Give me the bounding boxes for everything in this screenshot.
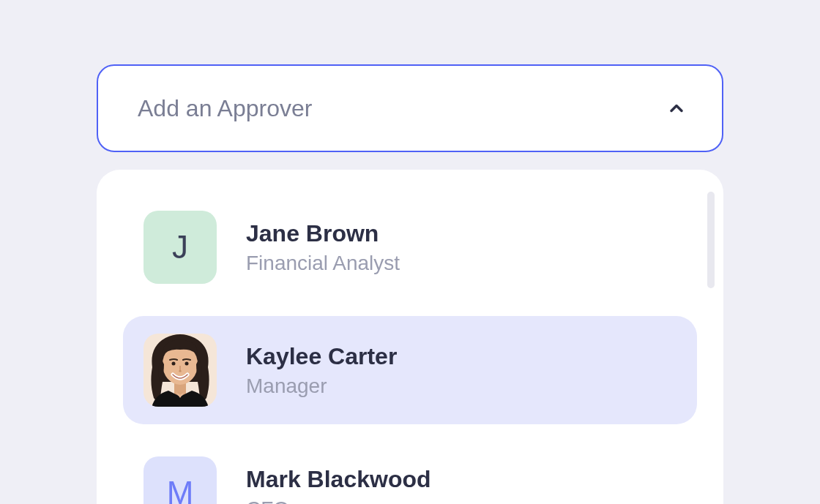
item-role: Manager <box>246 375 397 398</box>
chevron-up-icon <box>666 98 687 119</box>
list-item[interactable]: J Jane Brown Financial Analyst <box>123 193 697 301</box>
item-text: Mark Blackwood CFO <box>246 466 431 505</box>
dropdown-panel: J Jane Brown Financial Analyst <box>97 170 723 504</box>
dropdown-trigger[interactable]: Add an Approver <box>97 64 723 152</box>
svg-point-3 <box>185 362 189 366</box>
item-role: CFO <box>246 497 431 505</box>
item-name: Kaylee Carter <box>246 343 397 370</box>
list-item[interactable]: M Mark Blackwood CFO <box>123 439 697 504</box>
approver-selector: Add an Approver J Jane Brown Financial A… <box>0 0 820 504</box>
scrollbar-thumb[interactable] <box>707 192 715 288</box>
item-text: Jane Brown Financial Analyst <box>246 220 400 275</box>
dropdown-placeholder: Add an Approver <box>138 95 312 122</box>
item-name: Mark Blackwood <box>246 466 431 493</box>
avatar-initial: M <box>144 456 217 504</box>
avatar-initial: J <box>144 211 217 284</box>
item-text: Kaylee Carter Manager <box>246 343 397 398</box>
list-item[interactable]: Kaylee Carter Manager <box>123 316 697 424</box>
svg-point-2 <box>172 362 176 366</box>
item-role: Financial Analyst <box>246 252 400 275</box>
item-name: Jane Brown <box>246 220 400 247</box>
avatar-photo <box>144 334 217 407</box>
